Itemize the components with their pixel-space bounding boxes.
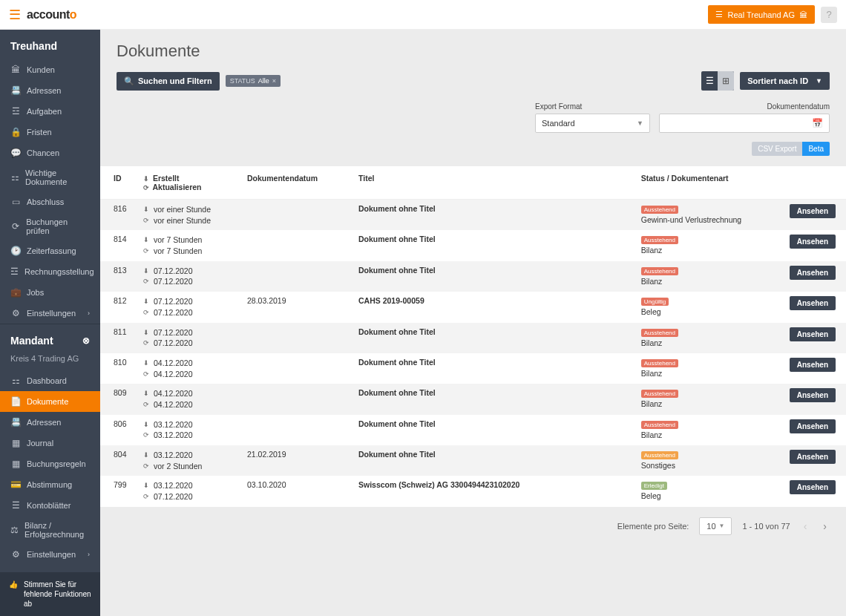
download-icon: ⬇: [143, 420, 151, 430]
cell-id: 810: [100, 353, 137, 384]
view-button[interactable]: Ansehen: [790, 204, 836, 218]
filter-chip-status[interactable]: STATUS Alle ×: [226, 75, 281, 87]
export-format-value: Standard: [542, 119, 575, 128]
nav-label: Jobs: [27, 288, 44, 297]
nav-label: Wichtige Dokumente: [25, 168, 90, 186]
sidebar-item-dokumente[interactable]: 📄Dokumente: [0, 391, 100, 412]
nav-label: Adressen: [27, 418, 61, 427]
download-icon: ⬇: [143, 205, 151, 214]
chip-close-icon[interactable]: ×: [272, 77, 276, 85]
hamburger-icon[interactable]: ☰: [9, 7, 21, 23]
calendar-icon: 📅: [812, 118, 823, 128]
help-icon[interactable]: ?: [821, 7, 837, 23]
sidebar-item-abstimmung[interactable]: 💳Abstimmung: [0, 474, 100, 495]
th-created: ⬇ Erstellt ⟳ Aktualisieren: [137, 166, 241, 200]
next-page-button[interactable]: ›: [820, 520, 830, 532]
view-button[interactable]: Ansehen: [790, 296, 836, 310]
sidebar-section-treuhand: Treuhand: [0, 30, 100, 59]
sidebar-item-adressen[interactable]: 📇Adressen: [0, 412, 100, 433]
nav-icon: ⚙: [10, 308, 21, 318]
cell-id: 816: [100, 200, 137, 231]
sidebar-item-journal[interactable]: ▦Journal: [0, 433, 100, 453]
download-icon: ⬇: [143, 297, 151, 307]
sidebar-item-dashboard[interactable]: ⚏Dashboard: [0, 370, 100, 391]
nav-icon: ☰: [10, 500, 21, 511]
per-page-label: Elemente pro Seite:: [617, 522, 689, 531]
doc-type: Bilanz: [641, 277, 663, 286]
nav-icon: 📇: [10, 417, 21, 427]
company-button[interactable]: ☰ Real Treuhand AG 🏛: [708, 5, 815, 24]
cell-title: Dokument ohne Titel: [352, 415, 635, 445]
cell-status: ErledigtBeleg: [635, 476, 784, 506]
sidebar-item-jobs[interactable]: 💼Jobs: [0, 282, 100, 303]
view-button[interactable]: Ansehen: [790, 266, 836, 280]
sidebar-item-einstellungen[interactable]: ⚙Einstellungen›: [0, 544, 100, 565]
sidebar-item-buchungsregeln[interactable]: ▦Buchungsregeln: [0, 453, 100, 474]
company-name: Real Treuhand AG: [727, 10, 795, 19]
csv-export-button[interactable]: CSV Export: [752, 142, 802, 156]
sidebar-item-kunden[interactable]: 🏛Kunden: [0, 59, 100, 80]
list-view-icon[interactable]: ☰: [701, 71, 718, 91]
search-icon: 🔍: [124, 76, 134, 86]
nav-icon: ⚖: [10, 525, 19, 535]
feedback-box[interactable]: 👍 Stimmen Sie für fehlende Funktionen ab: [0, 572, 100, 616]
view-button[interactable]: Ansehen: [790, 327, 836, 341]
sidebar-item-aufgaben[interactable]: ☲Aufgaben: [0, 101, 100, 122]
nav-icon: 💳: [10, 479, 21, 490]
nav-icon: ▦: [10, 438, 21, 448]
sidebar-item-wichtige-dokumente[interactable]: ⚏Wichtige Dokumente: [0, 163, 100, 191]
nav-label: Dokumente: [27, 397, 68, 406]
view-button[interactable]: Ansehen: [790, 419, 836, 433]
refresh-icon: ⟳: [143, 308, 151, 318]
nav-icon: 🏛: [10, 65, 21, 75]
search-filter-button[interactable]: 🔍 Suchen und Filtern: [117, 72, 220, 91]
per-page-value: 10: [706, 522, 715, 531]
doc-type: Gewinn-und Verlustrechnung: [641, 215, 741, 224]
download-icon: ⬇: [143, 235, 151, 245]
per-page-select[interactable]: 10 ▼: [699, 517, 732, 535]
prev-page-button[interactable]: ‹: [801, 520, 810, 532]
sidebar-item-chancen[interactable]: 💬Chancen: [0, 142, 100, 163]
download-icon: ⬇: [143, 389, 151, 399]
close-icon[interactable]: ⊗: [82, 335, 90, 346]
doc-date-input[interactable]: 📅: [659, 114, 830, 133]
view-button[interactable]: Ansehen: [790, 235, 836, 249]
table-row: 809⬇04.12.2020⟳04.12.2020Dokument ohne T…: [100, 384, 846, 414]
sidebar-item-zeiterfassung[interactable]: 🕑Zeiterfassung: [0, 240, 100, 261]
cell-doc-date: [241, 230, 352, 261]
view-button[interactable]: Ansehen: [790, 358, 836, 372]
doc-date-label: Dokumentendatum: [767, 102, 830, 111]
filters-row: Export Format Standard ▼ Dokumentendatum…: [100, 98, 846, 139]
nav-icon: ☲: [10, 266, 19, 277]
view-button[interactable]: Ansehen: [790, 480, 836, 494]
sidebar-item-einstellungen[interactable]: ⚙Einstellungen›: [0, 303, 100, 324]
doc-type: Beleg: [641, 307, 661, 316]
sidebar-item-bilanz-erfolgsrechnung[interactable]: ⚖Bilanz / Erfolgsrechnung: [0, 516, 100, 544]
sidebar-item-abschluss[interactable]: ▭Abschluss: [0, 191, 100, 212]
cell-id: 811: [100, 323, 137, 353]
thumbs-up-icon: 👍: [9, 580, 18, 589]
cell-timestamps: ⬇vor 7 Stunden⟳vor 7 Stunden: [137, 230, 241, 261]
sidebar-item-adressen[interactable]: 📇Adressen: [0, 80, 100, 101]
sidebar-item-kontobl-tter[interactable]: ☰Kontoblätter: [0, 495, 100, 516]
table-row: 816⬇vor einer Stunde⟳vor einer StundeDok…: [100, 200, 846, 231]
pagination: Elemente pro Seite: 10 ▼ 1 - 10 von 77 ‹…: [100, 507, 846, 545]
grid-view-icon[interactable]: ⊞: [718, 71, 734, 91]
sidebar-section-mandant-label: Mandant: [10, 335, 53, 347]
cell-timestamps: ⬇04.12.2020⟳04.12.2020: [137, 384, 241, 414]
table-row: 799⬇03.12.2020⟳07.12.202003.10.2020Swiss…: [100, 476, 846, 506]
sidebar-item-rechnungsstellung[interactable]: ☲Rechnungsstellung: [0, 261, 100, 282]
logo[interactable]: accounto: [27, 8, 76, 22]
sidebar-item-buchungen-pr-fen[interactable]: ⟳Buchungen prüfen: [0, 212, 100, 240]
view-button[interactable]: Ansehen: [790, 388, 836, 402]
sidebar-item-fristen[interactable]: 🔒Fristen: [0, 122, 100, 142]
export-format-select[interactable]: Standard ▼: [535, 114, 650, 133]
chevron-right-icon: ›: [88, 551, 90, 558]
page-title: Dokumente: [100, 30, 846, 71]
sort-button[interactable]: Sortiert nach ID ▼: [740, 72, 830, 90]
toolbar: 🔍 Suchen und Filtern STATUS Alle × ☰ ⊞ S…: [100, 71, 846, 98]
download-icon: ⬇: [143, 358, 151, 368]
view-button[interactable]: Ansehen: [790, 450, 836, 464]
cell-id: 813: [100, 261, 137, 292]
nav-label: Buchungsregeln: [27, 459, 86, 468]
